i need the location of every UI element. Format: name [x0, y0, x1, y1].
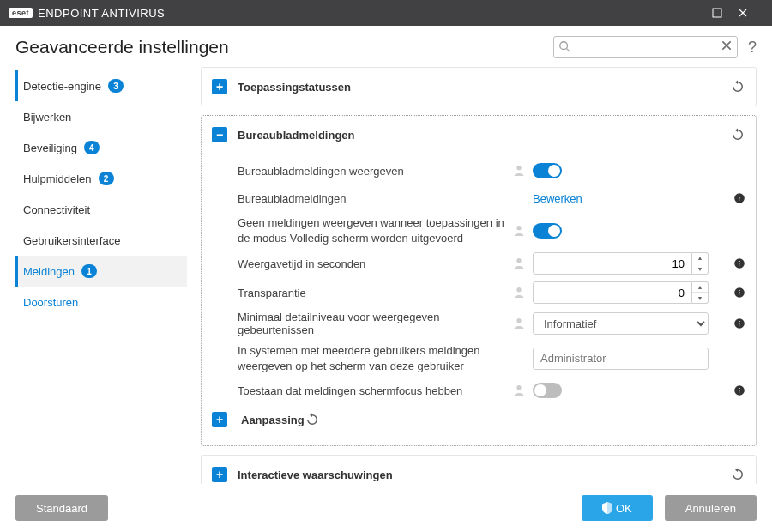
page-title: Geavanceerde instellingen [15, 37, 229, 57]
spin-up-icon[interactable]: ▲ [692, 282, 708, 293]
info-icon[interactable]: i [733, 192, 745, 204]
policy-icon [512, 224, 526, 238]
cancel-button[interactable]: Annuleren [665, 495, 757, 521]
svg-point-13 [516, 318, 521, 323]
sidebar-item-update[interactable]: Bijwerken [15, 101, 187, 132]
revert-icon[interactable] [730, 79, 745, 94]
svg-rect-0 [713, 9, 721, 17]
panel-title: Bureaubladmeldingen [238, 129, 355, 142]
verbosity-select[interactable]: Informatief [533, 312, 709, 335]
sidebar-item-label: Detectie-engine [23, 80, 101, 93]
spin-up-icon[interactable]: ▲ [692, 253, 708, 263]
panel-title: Interactieve waarschuwingen [238, 469, 393, 481]
sidebar-item-label: Hulpmiddelen [23, 172, 92, 185]
expand-icon[interactable]: + [212, 467, 227, 482]
info-icon[interactable]: i [733, 287, 745, 299]
titlebar: eset ENDPOINT ANTIVIRUS [0, 0, 772, 26]
sidebar-subitem-forwarding[interactable]: Doorsturen [15, 287, 187, 317]
row-verbosity: Minimaal detailniveau voor weergegeven g… [238, 307, 745, 340]
row-fullscreen-suppress: Geen meldingen weergeven wanneer toepass… [238, 212, 745, 249]
transparency-input[interactable] [533, 281, 692, 304]
info-icon[interactable]: i [733, 384, 745, 396]
shield-icon [602, 502, 612, 514]
expand-icon[interactable]: + [212, 79, 227, 94]
panel-head-desktop-notifications[interactable]: − Bureaubladmeldingen [202, 116, 756, 154]
toggle-fullscreen-suppress[interactable] [533, 223, 562, 239]
brand-text: ENDPOINT ANTIVIRUS [38, 7, 165, 20]
setting-label: In systemen met meerdere gebruikers meld… [238, 343, 512, 373]
sidebar-item-label: Doorsturen [23, 296, 78, 309]
row-edit-notifications: Bureaubladmeldingen Bewerken i [238, 184, 745, 212]
ok-label: OK [616, 502, 632, 515]
setting-label: Bureaubladmeldingen weergeven [238, 165, 512, 178]
sidebar-badge: 3 [108, 79, 124, 93]
sidebar-item-label: Bijwerken [23, 111, 71, 124]
search-input[interactable] [553, 36, 738, 58]
content: + Toepassingstatussen − Bureaubladmeldin… [187, 67, 757, 489]
sidebar-badge: 2 [99, 172, 114, 185]
panel-desktop-notifications: − Bureaubladmeldingen Bureaubladmeldinge… [201, 115, 757, 446]
sidebar-item-detection-engine[interactable]: Detectie-engine 3 [15, 70, 187, 101]
setting-label: Minimaal detailniveau voor weergegeven g… [238, 311, 512, 336]
footer: Standaard OK Annuleren [0, 484, 772, 532]
sidebar-item-protection[interactable]: Beveiliging 4 [15, 132, 187, 163]
setting-label: Geen meldingen weergeven wanneer toepass… [238, 215, 512, 245]
sidebar-item-connectivity[interactable]: Connectiviteit [15, 194, 187, 225]
policy-icon [512, 286, 526, 299]
info-icon[interactable]: i [733, 317, 745, 329]
svg-point-10 [516, 287, 521, 292]
sidebar-badge: 1 [81, 264, 97, 278]
policy-icon [512, 384, 526, 397]
policy-icon [512, 164, 526, 178]
row-show-notifications: Bureaubladmeldingen weergeven [238, 157, 745, 184]
panel-head-application-statuses[interactable]: + Toepassingstatussen [202, 68, 756, 106]
toggle-focus[interactable] [533, 383, 562, 398]
default-button[interactable]: Standaard [15, 495, 108, 521]
subsection-customization[interactable]: + Aanpassing [202, 404, 745, 435]
setting-label: Bureaubladmeldingen [238, 192, 512, 205]
svg-point-7 [516, 258, 521, 263]
window-close-icon[interactable] [738, 8, 763, 18]
spin-buttons[interactable]: ▲▼ [692, 281, 709, 304]
policy-icon [512, 317, 526, 330]
row-multiuser: In systemen met meerdere gebruikers meld… [238, 340, 745, 377]
setting-label: Toestaan dat meldingen schermfocus hebbe… [238, 384, 512, 397]
subsection-title: Aanpassing [241, 414, 305, 426]
svg-point-1 [560, 42, 568, 50]
edit-link[interactable]: Bewerken [533, 192, 582, 205]
sidebar-item-label: Meldingen [23, 265, 75, 278]
sidebar-item-ui[interactable]: Gebruikersinterface [15, 225, 187, 256]
header: Geavanceerde instellingen ? [0, 26, 772, 67]
panel-title: Toepassingstatussen [238, 81, 351, 94]
help-button[interactable]: ? [748, 39, 757, 57]
brand-badge: eset [9, 8, 33, 18]
spin-down-icon[interactable]: ▼ [692, 263, 708, 274]
search-wrap [553, 36, 738, 58]
setting-label: Weergavetijd in seconden [238, 257, 512, 270]
toggle-show-notifications[interactable] [533, 163, 562, 178]
window-minimize-icon[interactable] [712, 8, 738, 18]
row-focus: Toestaan dat meldingen schermfocus hebbe… [238, 377, 745, 404]
revert-icon[interactable] [730, 127, 745, 142]
row-transparency: Transparantie ▲▼ i [238, 278, 745, 307]
spin-down-icon[interactable]: ▼ [692, 293, 708, 303]
row-duration: Weergavetijd in seconden ▲▼ i [238, 249, 745, 278]
panel-application-statuses: + Toepassingstatussen [201, 67, 757, 106]
ok-button[interactable]: OK [582, 495, 653, 521]
expand-icon[interactable]: + [212, 412, 227, 427]
duration-input[interactable] [533, 252, 692, 275]
multiuser-input[interactable] [533, 348, 709, 370]
svg-point-16 [516, 385, 521, 390]
sidebar-item-tools[interactable]: Hulpmiddelen 2 [15, 163, 187, 194]
revert-icon[interactable] [730, 467, 745, 482]
revert-icon[interactable] [305, 412, 320, 427]
svg-line-2 [567, 49, 570, 52]
sidebar-badge: 4 [84, 141, 100, 154]
spin-buttons[interactable]: ▲▼ [692, 252, 709, 275]
collapse-icon[interactable]: − [212, 127, 227, 142]
svg-point-6 [516, 226, 521, 230]
setting-label: Transparantie [238, 287, 512, 299]
info-icon[interactable]: i [733, 257, 745, 269]
clear-search-icon[interactable] [721, 39, 733, 51]
sidebar-item-notifications[interactable]: Meldingen 1 [15, 256, 187, 287]
